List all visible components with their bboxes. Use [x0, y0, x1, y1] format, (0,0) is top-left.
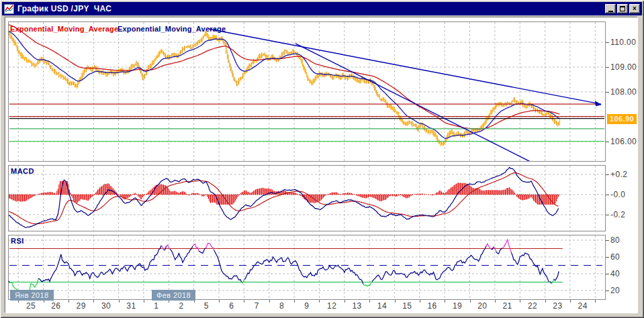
time-axis-label: 15 [402, 301, 412, 311]
rsi-line-segment [161, 246, 164, 250]
chart-window: График USD /JPY ЧАС × Exponential_Moving… [0, 0, 644, 318]
time-axis-label: 7 [255, 301, 259, 311]
trendline [295, 44, 532, 161]
rsi-line-segment [551, 279, 554, 284]
price-chart-canvas [9, 22, 605, 161]
month-label-january: Янв 2018 [10, 290, 54, 301]
macd-main-line [9, 168, 559, 228]
axis-tick [606, 215, 609, 215]
titlebar-buttons: × [605, 4, 640, 13]
time-axis-tick [470, 300, 471, 303]
rsi-line-segment [9, 278, 9, 283]
rsi-line-segment [244, 257, 363, 284]
time-axis-tick [595, 300, 596, 303]
minimize-button[interactable] [605, 4, 616, 13]
time-axis-tick [570, 300, 571, 303]
trendline [208, 29, 601, 104]
rsi-axis-label: 40 [610, 269, 620, 278]
close-button[interactable]: × [629, 4, 640, 13]
ema-slow-line [9, 25, 559, 129]
time-axis-label: 13 [352, 301, 361, 311]
time-axis-label: 19 [453, 301, 462, 311]
axis-tick [606, 257, 609, 258]
time-axis-tick [495, 300, 496, 303]
time-axis-label: 21 [503, 301, 512, 311]
time-axis-tick [545, 300, 546, 303]
month-label-february: Фев 2018 [152, 290, 195, 301]
rsi-line-segment [554, 272, 559, 281]
time-axis-label: 6 [229, 301, 234, 311]
rsi-line-segment [494, 247, 496, 252]
time-axis-tick [269, 300, 270, 303]
time-axis-tick [93, 300, 94, 303]
axis-tick [606, 174, 609, 175]
time-axis-tick [420, 300, 420, 303]
macd-histogram [9, 181, 559, 205]
macd-signal-line [9, 173, 559, 224]
time-axis-label: 1 [154, 301, 158, 311]
rsi-line-segment [164, 246, 167, 250]
time-axis-tick [244, 300, 244, 303]
time-axis-tick [144, 300, 144, 303]
axis-tick [606, 42, 609, 43]
time-axis-label: 20 [477, 301, 487, 311]
time-axis-tick [395, 300, 396, 303]
rsi-panel[interactable]: RSI [8, 235, 606, 300]
time-axis-label: 9 [304, 301, 309, 311]
minimize-icon [608, 11, 613, 12]
window-title: График USD /JPY ЧАС [17, 4, 111, 13]
axis-tick [606, 290, 609, 291]
price-axis-label: 110.00 [610, 38, 636, 47]
rsi-line-segment [38, 246, 161, 282]
axis-tick [606, 142, 609, 142]
time-axis-tick [520, 300, 520, 303]
price-axis-label: 109.00 [610, 62, 637, 72]
current-price-tag: 106.90 [607, 114, 637, 124]
window-titlebar[interactable]: График USD /JPY ЧАС × [2, 2, 642, 15]
rsi-line-segment [502, 240, 511, 252]
time-axis-label: 25 [26, 301, 36, 311]
axis-tick [606, 195, 609, 195]
time-axis-label: 30 [101, 301, 111, 311]
macd-indicator-label: MACD [11, 167, 34, 175]
chart-content-area: Exponential_Moving_Average Exponential_M… [5, 17, 638, 313]
time-axis-tick [344, 300, 345, 303]
macd-chart-canvas [9, 166, 605, 231]
price-panel[interactable]: Exponential_Moving_Average Exponential_M… [8, 21, 606, 162]
time-axis-label: 2 [179, 301, 184, 311]
maximize-icon [620, 6, 625, 11]
rsi-line-segment [193, 244, 199, 252]
time-axis-tick [319, 300, 320, 303]
rsi-axis-label: 60 [610, 252, 620, 262]
macd-panel[interactable]: MACD [8, 165, 606, 231]
time-axis-tick [294, 300, 295, 303]
rsi-chart-canvas [9, 235, 605, 299]
grid-lines [9, 22, 605, 161]
time-axis-label: 29 [77, 301, 86, 311]
candle-series [9, 31, 559, 146]
axis-tick [606, 67, 609, 68]
rsi-line-segment [372, 246, 486, 282]
trendline-arrowhead [595, 101, 602, 106]
time-axis-label: 31 [126, 301, 136, 311]
price-axis-label: 106.00 [610, 137, 637, 146]
axis-tick [606, 240, 609, 241]
time-axis-label: 8 [279, 301, 284, 311]
ema-red-legend-label: Exponential_Moving_Average [10, 25, 118, 33]
macd-axis-label: +0.2 [610, 170, 627, 179]
price-axis-label: 108.00 [610, 87, 637, 97]
time-axis-label: 24 [578, 301, 588, 311]
rsi-axis-label: 80 [610, 235, 620, 245]
time-axis-label: 12 [327, 301, 336, 311]
maximize-button[interactable] [617, 4, 628, 13]
grid-lines [9, 235, 605, 299]
rsi-axis-label: 20 [610, 286, 620, 295]
time-axis-tick [68, 300, 69, 303]
time-axis-label: 14 [377, 301, 387, 311]
time-axis-label: 5 [204, 301, 209, 311]
axis-tick [606, 274, 609, 274]
time-axis-label: 26 [51, 301, 60, 311]
macd-axis-label: -0.0 [610, 190, 625, 199]
chart-app-icon [4, 4, 14, 14]
time-axis-label: 22 [528, 301, 537, 311]
